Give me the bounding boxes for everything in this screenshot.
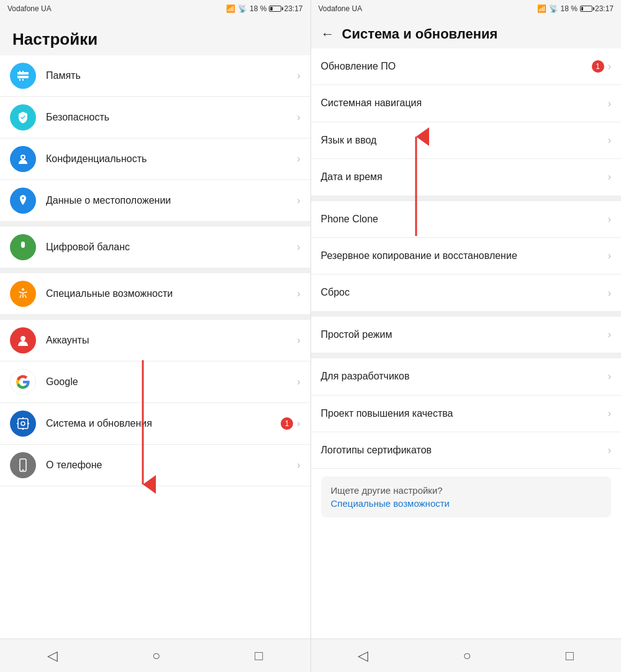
svg-rect-4 — [19, 79, 20, 81]
left-carrier: Vodafone UA — [7, 4, 52, 13]
svg-rect-16 — [27, 423, 29, 424]
search-suggestion-link[interactable]: Специальные возможности — [331, 498, 602, 509]
google-label: Google — [46, 376, 297, 388]
settings-item-about[interactable]: О телефоне › — [0, 445, 310, 486]
devmode-chevron: › — [608, 371, 611, 382]
svg-rect-18 — [22, 470, 24, 471]
certs-label: Логотипы сертификатов — [321, 443, 608, 457]
right-time: 23:17 — [595, 4, 614, 13]
settings-item-google[interactable]: Google › — [0, 361, 310, 403]
right-title: Система и обновления — [342, 26, 498, 42]
right-item-nav[interactable]: Системная навигация › — [311, 85, 622, 122]
right-status-bar: Vodafone UA 📶 📡 18 % 23:17 — [311, 0, 622, 17]
left-wifi-icon: 📡 — [238, 4, 247, 13]
system-badge: 1 — [281, 417, 293, 430]
right-carrier: Vodafone UA — [319, 4, 363, 13]
accessibility-chevron: › — [297, 288, 300, 299]
svg-rect-3 — [22, 71, 24, 73]
datetime-label: Дата и время — [321, 170, 608, 184]
right-item-certs[interactable]: Логотипы сертификатов › — [311, 432, 622, 469]
google-chevron: › — [297, 376, 300, 388]
system-icon — [10, 411, 36, 437]
left-status-right: 📶 📡 18 % 23:17 — [226, 4, 302, 13]
settings-list: Память › Безопасность › К — [0, 55, 310, 638]
settings-item-security[interactable]: Безопасность › — [0, 97, 310, 138]
security-chevron: › — [297, 112, 300, 123]
right-signal-icon: 📶 — [537, 4, 546, 13]
right-nav-recent[interactable]: □ — [553, 643, 586, 669]
svg-rect-2 — [19, 71, 20, 73]
right-nav-back[interactable]: ◁ — [345, 643, 381, 669]
left-nav-back[interactable]: ◁ — [35, 643, 70, 669]
right-divider-1 — [311, 196, 622, 201]
divider-3 — [0, 315, 310, 320]
privacy-label: Конфиденциальность — [46, 153, 297, 165]
right-item-devmode[interactable]: Для разработчиков › — [311, 358, 622, 395]
accessibility-label: Специальные возможности — [46, 288, 297, 299]
left-battery-percent: 18 % — [250, 4, 266, 13]
svg-rect-1 — [17, 76, 29, 78]
accessibility-icon — [10, 281, 36, 307]
settings-item-privacy[interactable]: Конфиденциальность › — [0, 138, 310, 180]
right-item-quality[interactable]: Проект повышения качества › — [311, 396, 622, 432]
phoneclone-label: Phone Clone — [321, 212, 608, 226]
search-suggestion-text: Ищете другие настройки? — [331, 485, 443, 496]
backup-label: Резервное копирование и восстановление — [321, 249, 608, 263]
divider-1 — [0, 222, 310, 227]
right-panel: Vodafone UA 📶 📡 18 % 23:17 ← Система и о… — [311, 0, 622, 672]
right-nav-home[interactable]: ○ — [450, 643, 483, 669]
settings-item-accounts[interactable]: Аккаунты › — [0, 320, 310, 361]
devmode-label: Для разработчиков — [321, 370, 608, 383]
svg-rect-13 — [22, 417, 24, 419]
security-label: Безопасность — [46, 112, 297, 123]
accounts-chevron: › — [297, 335, 300, 346]
right-header: ← Система и обновления — [311, 17, 622, 48]
left-header: Настройки — [0, 17, 310, 55]
right-divider-3 — [311, 353, 622, 358]
google-icon — [10, 369, 36, 395]
settings-item-system[interactable]: Система и обновления 1 › — [0, 403, 310, 445]
reset-label: Сброс — [321, 286, 608, 299]
right-item-update[interactable]: Обновление ПО 1 › — [311, 48, 622, 85]
about-chevron: › — [297, 460, 300, 471]
settings-item-memory[interactable]: Память › — [0, 55, 310, 97]
right-battery-icon — [580, 6, 592, 12]
left-bottom-nav: ◁ ○ □ — [0, 638, 310, 672]
reset-chevron: › — [608, 288, 611, 299]
left-battery-icon — [269, 6, 281, 12]
left-nav-home[interactable]: ○ — [140, 643, 173, 669]
right-item-phoneclone[interactable]: Phone Clone › — [311, 201, 622, 238]
svg-rect-5 — [22, 79, 24, 81]
memory-icon — [10, 63, 36, 89]
privacy-icon — [10, 146, 36, 172]
quality-label: Проект повышения качества — [321, 407, 608, 420]
nav-label: Системная навигация — [321, 96, 608, 110]
update-badge: 1 — [592, 60, 604, 73]
lang-label: Язык и ввод — [321, 134, 608, 147]
left-nav-recent[interactable]: □ — [242, 643, 275, 669]
right-item-simple[interactable]: Простой режим › — [311, 317, 622, 353]
settings-item-accessibility[interactable]: Специальные возможности › — [0, 273, 310, 315]
settings-item-location[interactable]: Данные о местоположении › — [0, 180, 310, 222]
quality-chevron: › — [608, 408, 611, 419]
simple-label: Простой режим — [321, 328, 608, 342]
lang-chevron: › — [608, 135, 611, 146]
back-button[interactable]: ← — [321, 26, 335, 42]
datetime-chevron: › — [608, 171, 611, 183]
right-item-backup[interactable]: Резервное копирование и восстановление › — [311, 238, 622, 275]
accounts-icon — [10, 327, 36, 353]
right-status-right: 📶 📡 18 % 23:17 — [537, 4, 614, 13]
svg-point-7 — [22, 156, 24, 158]
right-item-datetime[interactable]: Дата и время › — [311, 159, 622, 196]
left-status-bar: Vodafone UA 📶 📡 18 % 23:17 — [0, 0, 310, 17]
right-item-reset[interactable]: Сброс › — [311, 275, 622, 311]
about-icon — [10, 452, 36, 478]
svg-point-10 — [20, 336, 25, 341]
right-item-lang[interactable]: Язык и ввод › — [311, 122, 622, 159]
right-settings-list: Обновление ПО 1 › Системная навигация › … — [311, 48, 622, 638]
right-divider-2 — [311, 312, 622, 317]
settings-item-digital-balance[interactable]: Цифровой баланс › — [0, 227, 310, 268]
search-suggestion-box: Ищете другие настройки? Специальные возм… — [321, 476, 612, 517]
right-wifi-icon: 📡 — [549, 4, 558, 13]
location-chevron: › — [297, 195, 300, 206]
